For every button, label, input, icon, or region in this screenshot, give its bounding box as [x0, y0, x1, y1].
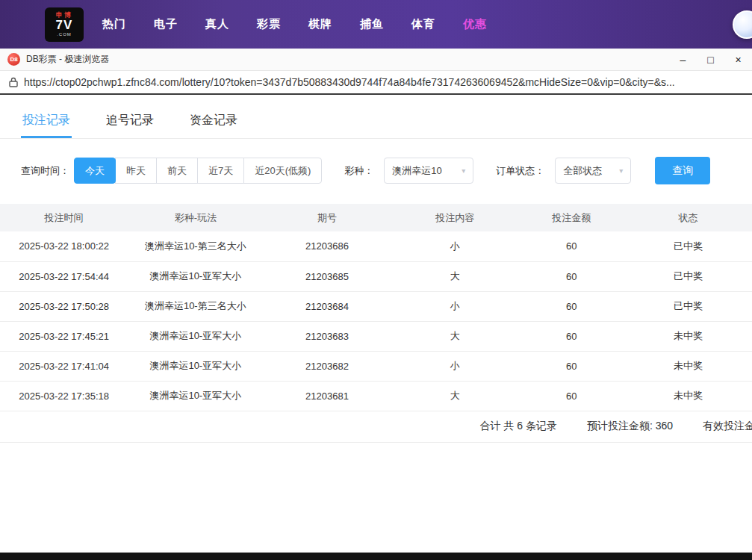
search-button[interactable]: 查询: [655, 157, 710, 184]
window-title: DB彩票 - 极速浏览器: [26, 53, 109, 66]
status-cell: 已中奖: [624, 231, 752, 261]
status-cell: 未中奖: [624, 381, 752, 411]
bet-amount-cell: 60: [519, 261, 624, 291]
lottery-play-cell: 澳洲幸运10-亚军大小: [128, 381, 263, 411]
time-filter-group: 今天 昨天 前天 近7天 近20天(低频): [74, 158, 322, 184]
nav-item-fishing[interactable]: 捕鱼: [360, 10, 384, 39]
filter-bar: 查询时间： 今天 昨天 前天 近7天 近20天(低频) 彩种： 澳洲幸运10 ▾…: [0, 157, 752, 184]
bet-content-cell: 大: [391, 321, 519, 351]
time-option-20days[interactable]: 近20天(低频): [243, 158, 322, 184]
nav-item-sports[interactable]: 体育: [411, 10, 435, 39]
minimize-button[interactable]: –: [669, 49, 697, 70]
nav-item-hot[interactable]: 热门: [102, 10, 126, 39]
site-logo[interactable]: 申博 7V .COM: [45, 7, 84, 42]
window-controls: – □ ×: [669, 49, 752, 70]
table-row: 2025-03-22 17:50:28 澳洲幸运10-第三名大小 2120368…: [0, 291, 752, 321]
table-row: 2025-03-22 17:45:21 澳洲幸运10-亚军大小 21203683…: [0, 321, 752, 351]
col-issue: 期号: [263, 204, 391, 231]
tab-chase-records[interactable]: 追号记录: [105, 101, 155, 138]
bet-time-cell: 2025-03-22 17:50:28: [0, 291, 128, 321]
time-option-yesterday[interactable]: 昨天: [115, 158, 157, 184]
url-input[interactable]: https://ctop02pchwp1.zfnc84.com/lottery/…: [24, 76, 743, 88]
tab-fund-records[interactable]: 资金记录: [188, 101, 239, 138]
issue-number-cell: 21203681: [263, 381, 391, 411]
time-option-7days[interactable]: 近7天: [197, 158, 244, 184]
order-status-select[interactable]: 全部状态 ▾: [555, 158, 631, 184]
site-topbar: 申博 7V .COM 热门 电子 真人 彩票 棋牌 捕鱼 体育 优惠: [0, 0, 752, 49]
bet-amount-cell: 60: [519, 291, 624, 321]
chevron-down-icon: ▾: [462, 167, 465, 175]
issue-number-cell: 21203685: [263, 261, 391, 291]
bet-content-cell: 小: [391, 291, 519, 321]
col-lottery-play: 彩种-玩法: [128, 204, 263, 231]
bet-amount-cell: 60: [519, 381, 624, 411]
status-filter-label: 订单状态：: [496, 164, 544, 178]
tab-bet-records[interactable]: 投注记录: [21, 101, 72, 138]
floating-widget-icon[interactable]: [733, 10, 752, 39]
status-cell: 未中奖: [624, 321, 752, 351]
bet-time-cell: 2025-03-22 17:41:04: [0, 351, 128, 381]
status-cell: 已中奖: [624, 291, 752, 321]
issue-number-cell: 21203682: [263, 351, 391, 381]
lottery-play-cell: 澳洲幸运10-亚军大小: [128, 321, 263, 351]
bet-content-cell: 大: [391, 381, 519, 411]
status-cell: 未中奖: [624, 351, 752, 381]
bet-amount-cell: 60: [519, 231, 624, 261]
close-button[interactable]: ×: [724, 49, 752, 70]
col-bet-content: 投注内容: [391, 204, 519, 231]
browser-app-icon: D8: [7, 53, 20, 66]
issue-number-cell: 21203684: [263, 291, 391, 321]
col-bet-amount: 投注金额: [519, 204, 624, 231]
nav-item-slots[interactable]: 电子: [154, 10, 178, 39]
table-row: 2025-03-22 17:41:04 澳洲幸运10-亚军大小 21203682…: [0, 351, 752, 381]
time-filter-label: 查询时间：: [21, 164, 69, 178]
bet-amount-cell: 60: [519, 321, 624, 351]
lottery-select-value: 澳洲幸运10: [392, 164, 441, 178]
table-row: 2025-03-22 17:54:44 澳洲幸运10-亚军大小 21203685…: [0, 261, 752, 291]
bet-content-cell: 小: [391, 231, 519, 261]
valid-amount-text: 有效投注金额:: [703, 420, 752, 433]
lottery-play-cell: 澳洲幸运10-亚军大小: [128, 351, 263, 381]
lottery-filter-label: 彩种：: [344, 164, 373, 178]
expected-amount-text: 预计投注金额: 360: [587, 420, 673, 433]
logo-text-bottom: .COM: [57, 32, 72, 37]
bet-time-cell: 2025-03-22 18:00:22: [0, 231, 128, 261]
lock-icon: [9, 77, 18, 87]
table-row: 2025-03-22 18:00:22 澳洲幸运10-第三名大小 2120368…: [0, 231, 752, 261]
nav-item-board[interactable]: 棋牌: [308, 10, 332, 39]
maximize-button[interactable]: □: [697, 49, 724, 70]
col-bet-time: 投注时间: [0, 204, 128, 231]
status-select-value: 全部状态: [563, 164, 602, 178]
time-option-daybefore[interactable]: 前天: [156, 158, 198, 184]
total-records-text: 合计 共 6 条记录: [480, 420, 557, 433]
bet-content-cell: 小: [391, 351, 519, 381]
bet-table-body: 2025-03-22 18:00:22 澳洲幸运10-第三名大小 2120368…: [0, 231, 752, 411]
chevron-down-icon: ▾: [619, 167, 623, 175]
lottery-play-cell: 澳洲幸运10-亚军大小: [128, 261, 263, 291]
summary-bar: 合计 共 6 条记录 预计投注金额: 360 有效投注金额:: [0, 411, 752, 443]
lottery-play-cell: 澳洲幸运10-第三名大小: [128, 231, 263, 261]
col-status: 状态: [624, 204, 752, 231]
table-row: 2025-03-22 17:35:18 澳洲幸运10-亚军大小 21203681…: [0, 381, 752, 411]
issue-number-cell: 21203683: [263, 321, 391, 351]
bottom-edge-strip: [0, 553, 752, 560]
table-header: 投注时间 彩种-玩法 期号 投注内容 投注金额 状态: [0, 204, 752, 231]
bet-content-cell: 大: [391, 261, 519, 291]
bet-time-cell: 2025-03-22 17:45:21: [0, 321, 128, 351]
main-nav: 热门 电子 真人 彩票 棋牌 捕鱼 体育 优惠: [102, 10, 515, 39]
bet-time-cell: 2025-03-22 17:35:18: [0, 381, 128, 411]
bet-time-cell: 2025-03-22 17:54:44: [0, 261, 128, 291]
bet-amount-cell: 60: [519, 351, 624, 381]
issue-number-cell: 21203686: [263, 231, 391, 261]
nav-item-lottery[interactable]: 彩票: [257, 10, 281, 39]
logo-text-main: 7V: [56, 19, 73, 32]
bet-records-table: 投注时间 彩种-玩法 期号 投注内容 投注金额 状态 2025-03-22 18…: [0, 204, 752, 411]
status-cell: 已中奖: [624, 261, 752, 291]
record-tabs: 投注记录 追号记录 资金记录: [0, 101, 752, 139]
lottery-play-cell: 澳洲幸运10-第三名大小: [128, 291, 263, 321]
address-bar: https://ctop02pchwp1.zfnc84.com/lottery/…: [0, 71, 752, 95]
nav-item-live[interactable]: 真人: [205, 10, 229, 39]
lottery-select[interactable]: 澳洲幸运10 ▾: [384, 158, 473, 184]
nav-item-promo[interactable]: 优惠: [463, 10, 487, 39]
time-option-today[interactable]: 今天: [74, 158, 116, 184]
